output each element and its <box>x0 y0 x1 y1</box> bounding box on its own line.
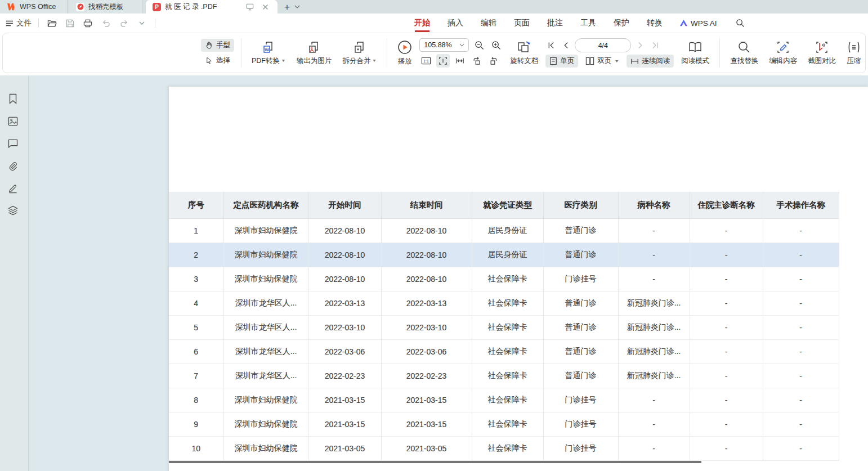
tab-label: 就 医 记 录 .PDF <box>165 2 217 12</box>
table-cell: 2022-03-13 <box>381 291 472 315</box>
table-cell: - <box>618 388 690 412</box>
table-cell: 7 <box>169 364 223 388</box>
ribbon-search-icon[interactable] <box>736 19 745 28</box>
print-icon[interactable] <box>82 17 94 29</box>
tab-document-pdf[interactable]: P 就 医 记 录 .PDF <box>146 0 278 14</box>
ribbon-menus: 开始 插入 编辑 页面 批注 工具 保护 转换 WPS AI <box>414 16 745 30</box>
tab-list-chevron-icon[interactable] <box>294 5 300 8</box>
zoom-in-button[interactable] <box>489 38 503 52</box>
play-button[interactable]: 播放 <box>394 38 415 69</box>
menu-bar: 文件 开始 插入 编辑 页面 批注 工具 保护 转换 <box>0 14 868 33</box>
svg-text:W: W <box>265 47 270 52</box>
wps-ai-button[interactable]: WPS AI <box>679 19 717 28</box>
tab-wps-office[interactable]: WPS Office <box>0 0 68 14</box>
table-cell: 社会保障卡 <box>472 291 543 315</box>
last-page-button[interactable] <box>649 39 660 52</box>
single-page-button[interactable]: 单页 <box>545 55 578 68</box>
attachment-icon[interactable] <box>7 160 19 172</box>
table-row: 10深圳市妇幼保健院2021-03-052021-03-05社会保障卡门诊挂号-… <box>169 436 839 460</box>
next-page-button[interactable] <box>634 39 646 52</box>
save-icon[interactable] <box>64 17 76 29</box>
find-replace-button[interactable]: 查找替换 <box>727 38 762 68</box>
menu-edit[interactable]: 编辑 <box>480 16 497 30</box>
table-cell: 普通门诊 <box>543 243 618 267</box>
present-monitor-icon[interactable] <box>244 1 256 12</box>
menu-home[interactable]: 开始 <box>414 16 431 30</box>
actual-size-button[interactable]: 1:1 <box>419 54 433 68</box>
bookmark-icon[interactable] <box>7 93 19 104</box>
export-image-button[interactable]: 输出为图片 <box>293 38 335 68</box>
table-cell: - <box>690 218 763 243</box>
table-cell: - <box>690 364 763 388</box>
double-page-button[interactable]: 双页 ▼ <box>581 55 623 68</box>
menu-protect[interactable]: 保护 <box>613 16 630 30</box>
menu-page[interactable]: 页面 <box>513 16 530 30</box>
window-tab-bar: WPS Office 找稻壳模板 P 就 医 记 录 .PDF + <box>0 0 868 14</box>
split-merge-button[interactable]: 拆分合并▼ <box>339 38 380 68</box>
pdf-convert-icon: W <box>262 41 275 54</box>
previous-page-button[interactable] <box>560 39 571 52</box>
table-cell: 2022-03-10 <box>308 315 381 339</box>
table-cell: - <box>618 436 690 460</box>
file-menu-button[interactable]: 文件 <box>6 18 32 28</box>
zoom-level-select[interactable]: 105.88% <box>419 38 469 52</box>
menu-insert[interactable]: 插入 <box>447 16 464 30</box>
table-cell: 普通门诊 <box>543 339 618 364</box>
open-file-icon[interactable] <box>46 17 58 29</box>
comment-icon[interactable] <box>7 138 19 149</box>
rotate-left-button[interactable] <box>470 54 484 68</box>
table-cell: 2022-02-23 <box>381 364 472 388</box>
signature-icon[interactable] <box>7 183 19 194</box>
select-tool-button[interactable]: 选择 <box>201 54 234 67</box>
table-cell: 深圳市妇幼保健院 <box>223 388 308 412</box>
menu-comment[interactable]: 批注 <box>547 16 563 30</box>
table-cell: - <box>690 267 763 291</box>
continuous-read-button[interactable]: 连续阅读 <box>627 55 674 68</box>
table-cell: 门诊挂号 <box>543 412 618 436</box>
thumbnail-icon[interactable] <box>7 115 19 127</box>
table-cell: - <box>690 412 763 436</box>
fit-page-button[interactable] <box>436 54 450 68</box>
table-cell: - <box>763 291 839 315</box>
hand-tool-button[interactable]: 手型 <box>201 39 234 52</box>
table-row: 1深圳市妇幼保健院2022-08-102022-08-10居民身份证普通门诊--… <box>169 218 839 243</box>
compress-button[interactable]: 压缩 <box>843 38 864 68</box>
zoom-out-button[interactable] <box>472 38 486 52</box>
page-number-input[interactable] <box>575 38 631 52</box>
undo-icon[interactable] <box>100 17 112 29</box>
table-cell: 2022-03-13 <box>308 291 381 315</box>
new-tab-button[interactable]: + <box>284 2 290 12</box>
svg-text:1:1: 1:1 <box>424 59 429 63</box>
tab-docer-templates[interactable]: 找稻壳模板 <box>69 0 142 14</box>
table-cell: - <box>618 267 690 291</box>
single-page-icon <box>549 57 557 65</box>
edit-content-button[interactable]: 编辑内容 <box>766 38 800 68</box>
table-row: 4深圳市龙华区人...2022-03-132022-03-13社会保障卡普通门诊… <box>169 291 839 315</box>
fit-width-button[interactable] <box>453 54 467 68</box>
rotate-document-button[interactable]: 旋转文档 <box>507 38 542 68</box>
menu-convert[interactable]: 转换 <box>646 16 663 30</box>
table-cell: 2022-08-10 <box>381 243 472 267</box>
docer-icon <box>76 3 84 11</box>
layers-icon[interactable] <box>7 205 19 216</box>
rotate-right-button[interactable] <box>487 54 500 68</box>
menu-tools[interactable]: 工具 <box>580 16 597 30</box>
read-mode-button[interactable]: 阅读模式 <box>678 38 713 68</box>
table-header-cell: 结束时间 <box>381 192 472 218</box>
chevron-down-icon: ▼ <box>614 59 619 64</box>
undo-history-chevron-icon[interactable] <box>136 17 148 29</box>
table-header-cell: 序号 <box>169 192 223 218</box>
pdf-page[interactable]: 序号定点医药机构名称开始时间结束时间就诊凭证类型医疗类别病种名称住院主诊断名称手… <box>169 87 868 471</box>
table-cell: 2021-03-15 <box>308 388 381 412</box>
redo-icon[interactable] <box>118 17 130 29</box>
table-horizontal-scrollbar[interactable] <box>169 461 701 463</box>
close-tab-icon[interactable] <box>259 1 271 12</box>
first-page-button[interactable] <box>545 39 557 52</box>
table-header-cell: 医疗类别 <box>543 192 618 218</box>
wps-logo-icon <box>7 2 16 11</box>
pdf-convert-button[interactable]: W PDF转换▼ <box>248 38 289 68</box>
toolbar-region: 手型 选择 W PDF转换▼ 输出为图片 拆分合并▼ 播放 105.88% <box>0 33 868 75</box>
screenshot-compare-button[interactable]: 截图对比 <box>804 38 839 68</box>
cursor-icon <box>205 56 213 65</box>
table-cell: 1 <box>169 218 223 243</box>
